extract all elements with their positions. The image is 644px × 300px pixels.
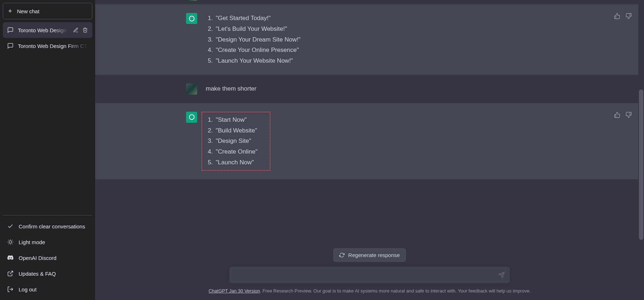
- message-content: 1."Get Started Today!" 2."Let's Build Yo…: [206, 13, 472, 66]
- logout-label: Log out: [19, 286, 36, 292]
- user-avatar: [186, 83, 197, 95]
- discord-icon: [7, 255, 14, 261]
- chat-bubble-icon: [7, 27, 14, 33]
- svg-point-12: [189, 115, 194, 120]
- trash-icon[interactable]: [82, 27, 88, 33]
- svg-line-3: [8, 240, 9, 240]
- assistant-avatar: [186, 13, 197, 24]
- list-item: "Start Now": [216, 115, 247, 125]
- version-link[interactable]: ChatGPT Jan 30 Version: [209, 288, 260, 294]
- svg-line-8: [12, 240, 13, 240]
- message-content: make them shorter: [206, 83, 472, 95]
- regenerate-label: Regenerate response: [348, 252, 400, 258]
- sidebar-divider: [3, 215, 92, 216]
- light-mode-button[interactable]: Light mode: [3, 234, 92, 250]
- updates-faq-link[interactable]: Updates & FAQ: [3, 266, 92, 281]
- disclaimer-text: ChatGPT Jan 30 Version. Free Research Pr…: [209, 288, 531, 294]
- check-icon: [7, 223, 14, 229]
- scrollbar-thumb[interactable]: [639, 89, 643, 240]
- discord-link[interactable]: OpenAI Discord: [3, 250, 92, 266]
- discord-label: OpenAI Discord: [19, 255, 57, 261]
- list-item: "Create Your Online Presence": [216, 45, 299, 55]
- svg-point-11: [189, 16, 194, 21]
- list-item: "Build Website": [216, 125, 257, 136]
- numbered-list: 1."Start Now" 2."Build Website" 3."Desig…: [206, 115, 258, 168]
- regenerate-response-button[interactable]: Regenerate response: [333, 248, 405, 262]
- svg-line-7: [8, 244, 9, 244]
- list-item: "Launch Your Website Now!": [216, 55, 293, 66]
- message-input-container[interactable]: [229, 267, 510, 283]
- list-item: "Design Your Dream Site Now!": [216, 34, 301, 45]
- list-item: "Get Started Today!": [216, 13, 271, 24]
- disclaimer-rest: . Free Research Preview. Our goal is to …: [260, 288, 531, 294]
- message-row-assistant: 1."Start Now" 2."Build Website" 3."Desig…: [95, 103, 644, 179]
- refresh-icon: [339, 252, 345, 258]
- message-row-user-peek: [95, 0, 644, 4]
- chat-title: Toronto Web Design Sl: [18, 27, 69, 33]
- thumbs-down-icon[interactable]: [625, 112, 632, 118]
- highlight-annotation: 1."Start Now" 2."Build Website" 3."Desig…: [201, 112, 270, 171]
- svg-point-0: [9, 241, 12, 243]
- assistant-avatar: [186, 112, 197, 123]
- chat-item[interactable]: Toronto Web Design Firm CTA: [3, 38, 92, 54]
- thumbs-down-icon[interactable]: [625, 13, 632, 19]
- svg-line-9: [10, 271, 13, 274]
- sidebar: + New chat Toronto Web Design Sl Toronto…: [0, 0, 95, 300]
- chat-bubble-icon: [7, 43, 14, 49]
- bottom-controls: Regenerate response ChatGPT Jan 30 Versi…: [95, 248, 644, 300]
- plus-icon: +: [8, 8, 12, 14]
- confirm-clear-conversations[interactable]: Confirm clear conversations: [3, 218, 92, 234]
- chat-scroll[interactable]: 1."Get Started Today!" 2."Let's Build Yo…: [95, 0, 644, 248]
- updates-faq-label: Updates & FAQ: [19, 271, 56, 277]
- message-content: 1."Start Now" 2."Build Website" 3."Desig…: [206, 112, 472, 171]
- light-mode-label: Light mode: [19, 239, 45, 245]
- message-row-user: make them shorter: [95, 75, 644, 103]
- main-area: 1."Get Started Today!" 2."Let's Build Yo…: [95, 0, 644, 300]
- list-item: "Let's Build Your Website!": [216, 24, 287, 34]
- external-link-icon: [7, 270, 14, 277]
- thumbs-up-icon[interactable]: [614, 13, 620, 19]
- new-chat-label: New chat: [17, 8, 40, 14]
- message-input[interactable]: [235, 272, 492, 278]
- scrollbar-track[interactable]: [638, 0, 644, 300]
- chat-item[interactable]: Toronto Web Design Sl: [3, 22, 92, 38]
- svg-line-4: [12, 244, 13, 244]
- logout-icon: [7, 286, 14, 292]
- list-item: "Create Online": [216, 146, 258, 157]
- thumbs-up-icon[interactable]: [614, 112, 620, 118]
- chat-list: Toronto Web Design Sl Toronto Web Design…: [3, 22, 92, 54]
- list-item: "Design Site": [216, 136, 251, 146]
- list-item: "Launch Now": [216, 157, 254, 168]
- chat-title: Toronto Web Design Firm CTA: [18, 43, 88, 49]
- user-avatar: [186, 0, 197, 1]
- confirm-clear-label: Confirm clear conversations: [19, 223, 85, 229]
- edit-icon[interactable]: [73, 27, 79, 33]
- numbered-list: 1."Get Started Today!" 2."Let's Build Yo…: [206, 13, 472, 66]
- sun-icon: [7, 239, 14, 245]
- send-icon[interactable]: [498, 272, 505, 278]
- logout-button[interactable]: Log out: [3, 281, 92, 297]
- message-row-assistant: 1."Get Started Today!" 2."Let's Build Yo…: [95, 4, 644, 75]
- new-chat-button[interactable]: + New chat: [3, 3, 92, 19]
